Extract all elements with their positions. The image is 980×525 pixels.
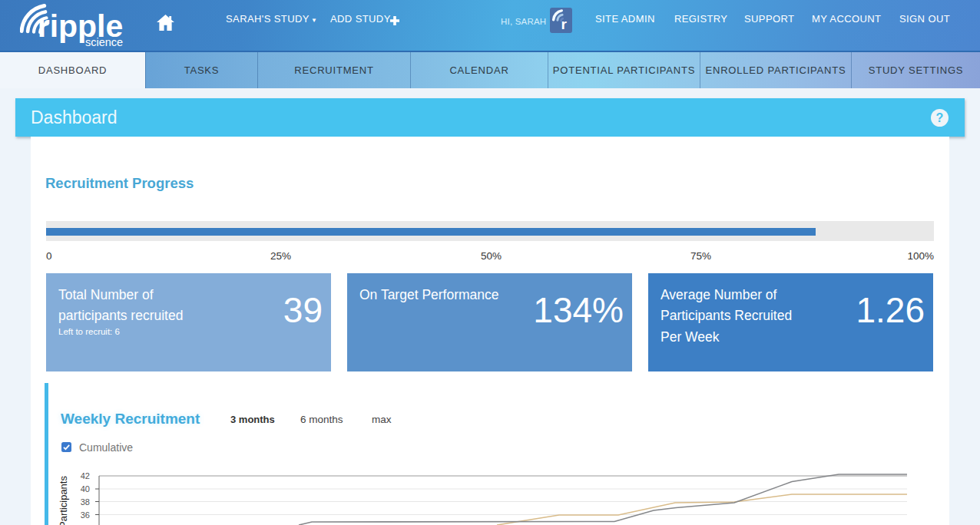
svg-text:40: 40 [81,484,90,494]
svg-text:science: science [85,36,123,48]
svg-text:36: 36 [81,510,90,520]
svg-text:Participants: Participants [58,476,69,525]
svg-text:r: r [561,16,568,32]
svg-text:38: 38 [81,497,90,507]
svg-text:42: 42 [81,471,90,480]
